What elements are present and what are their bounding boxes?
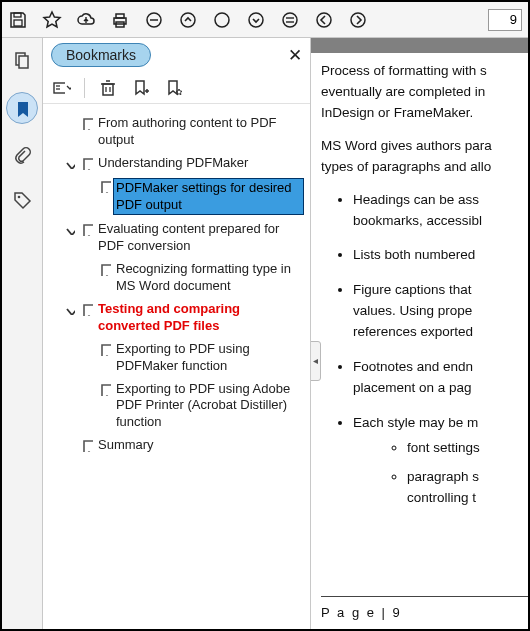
bookmarks-icon[interactable] <box>6 92 38 124</box>
bookmark-item[interactable]: Exporting to PDF using Adobe PDF Printer… <box>49 378 306 435</box>
bookmark-icon <box>77 221 95 236</box>
doc-bullet: Figure captions that <box>353 282 472 297</box>
collapse-panel-icon[interactable]: ◂ <box>311 341 321 381</box>
attachments-icon[interactable] <box>10 144 34 168</box>
bookmark-label[interactable]: Summary <box>95 437 304 454</box>
expand-icon <box>79 261 95 263</box>
star-icon[interactable] <box>42 10 62 30</box>
bookmark-item[interactable]: Summary <box>49 434 306 457</box>
doc-bullet: placement on a pag <box>353 380 472 395</box>
side-rail <box>2 38 43 629</box>
print-icon[interactable] <box>110 10 130 30</box>
bookmark-icon <box>77 437 95 452</box>
doc-bullet: references exported <box>353 324 473 339</box>
thumbnails-icon[interactable] <box>10 48 34 72</box>
page-number-input[interactable] <box>488 9 522 31</box>
tags-icon[interactable] <box>10 188 34 212</box>
main-toolbar <box>2 2 528 38</box>
fit-page-icon[interactable] <box>280 10 300 30</box>
panel-options-icon[interactable] <box>51 78 71 98</box>
scroll-up-icon[interactable] <box>178 10 198 30</box>
doc-bullet: Lists both numbered <box>353 247 475 262</box>
bookmark-icon <box>77 301 95 316</box>
expand-icon[interactable] <box>61 155 77 169</box>
zoom-out-icon[interactable] <box>144 10 164 30</box>
bookmark-label[interactable]: Evaluating content prepared for PDF conv… <box>95 221 304 255</box>
doc-subbullet: font settings <box>407 440 480 455</box>
bookmark-icon <box>95 341 113 356</box>
bookmark-item[interactable]: PDFMaker settings for desired PDF output <box>49 175 306 219</box>
bookmark-item[interactable]: Testing and comparing converted PDF file… <box>49 298 306 338</box>
bookmark-label[interactable]: Recognizing formatting type in MS Word d… <box>113 261 304 295</box>
doc-subbullet: controlling t <box>407 490 476 505</box>
scroll-down-icon[interactable] <box>246 10 266 30</box>
doc-bullet: Footnotes and endn <box>353 359 473 374</box>
bookmark-label[interactable]: Understanding PDFMaker <box>95 155 304 172</box>
bookmark-item[interactable]: From authoring content to PDF output <box>49 112 306 152</box>
document-page: ◂ Process of formatting with s eventuall… <box>311 53 528 629</box>
doc-text: eventually are completed in <box>321 84 485 99</box>
fit-width-icon[interactable] <box>212 10 232 30</box>
bookmark-icon <box>95 381 113 396</box>
bookmark-label[interactable]: Exporting to PDF using PDFMaker function <box>113 341 304 375</box>
bookmarks-tree: From authoring content to PDF outputUnde… <box>43 104 310 629</box>
bookmarks-panel: Bookmarks ✕ From authoring content to PD… <box>43 38 311 629</box>
doc-bullet: Headings can be ass <box>353 192 479 207</box>
new-bookmark-icon[interactable] <box>131 78 151 98</box>
document-viewport: ◂ Process of formatting with s eventuall… <box>311 38 528 629</box>
page-next-icon[interactable] <box>348 10 368 30</box>
doc-bullet: bookmarks, accessibl <box>353 213 482 228</box>
doc-text: types of paragraphs and allo <box>321 159 491 174</box>
expand-icon <box>79 381 95 383</box>
expand-icon <box>61 437 77 439</box>
delete-icon[interactable] <box>98 78 118 98</box>
doc-bullet: values. Using prope <box>353 303 472 318</box>
expand-icon <box>79 341 95 343</box>
bookmark-icon <box>77 155 95 170</box>
bookmark-icon <box>77 115 95 130</box>
doc-subbullet: paragraph s <box>407 469 479 484</box>
bookmark-label[interactable]: From authoring content to PDF output <box>95 115 304 149</box>
expand-icon <box>61 115 77 117</box>
bookmark-item[interactable]: Evaluating content prepared for PDF conv… <box>49 218 306 258</box>
expand-icon[interactable] <box>61 301 77 315</box>
doc-text: InDesign or FrameMaker. <box>321 105 473 120</box>
close-icon[interactable]: ✕ <box>288 45 302 66</box>
save-icon[interactable] <box>8 10 28 30</box>
bookmark-label[interactable]: Exporting to PDF using Adobe PDF Printer… <box>113 381 304 432</box>
expand-icon <box>79 178 95 180</box>
bookmark-star-icon[interactable] <box>164 78 184 98</box>
doc-text: Process of formatting with s <box>321 63 487 78</box>
bookmark-label[interactable]: PDFMaker settings for desired PDF output <box>113 178 304 216</box>
bookmark-item[interactable]: Understanding PDFMaker <box>49 152 306 175</box>
doc-bullet: Each style may be m <box>353 415 478 430</box>
bookmark-icon <box>95 261 113 276</box>
page-footer: P a g e | 9 <box>321 596 528 629</box>
bookmark-icon <box>95 178 113 193</box>
bookmark-label[interactable]: Testing and comparing converted PDF file… <box>95 301 304 335</box>
expand-icon[interactable] <box>61 221 77 235</box>
bookmark-item[interactable]: Exporting to PDF using PDFMaker function <box>49 338 306 378</box>
doc-text: MS Word gives authors para <box>321 138 492 153</box>
page-prev-icon[interactable] <box>314 10 334 30</box>
bookmark-item[interactable]: Recognizing formatting type in MS Word d… <box>49 258 306 298</box>
cloud-upload-icon[interactable] <box>76 10 96 30</box>
panel-title: Bookmarks <box>51 43 151 67</box>
